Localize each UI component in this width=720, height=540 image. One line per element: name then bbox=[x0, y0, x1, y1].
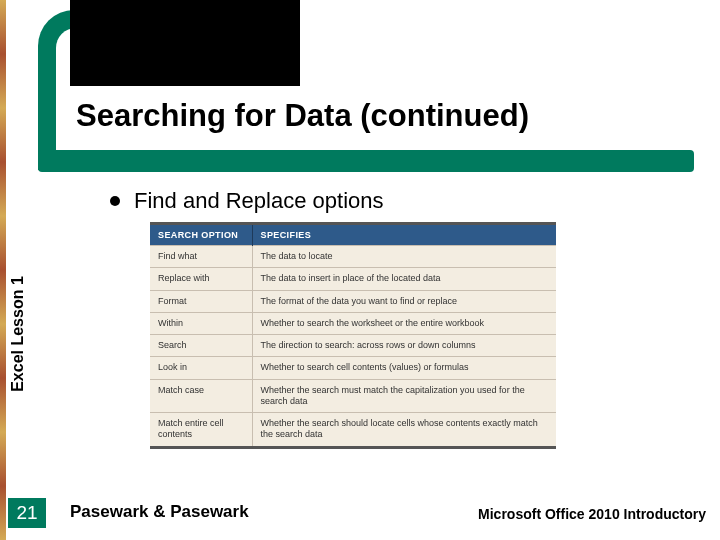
cell-specifies: Whether the search must match the capita… bbox=[252, 379, 556, 413]
table-row: Match entire cell contents Whether the s… bbox=[150, 413, 556, 446]
table-row: Replace with The data to insert in place… bbox=[150, 268, 556, 290]
cell-specifies: Whether to search the worksheet or the e… bbox=[252, 312, 556, 334]
cell-option: Search bbox=[150, 335, 252, 357]
cell-specifies: The data to insert in place of the locat… bbox=[252, 268, 556, 290]
cell-option: Find what bbox=[150, 246, 252, 268]
cell-specifies: Whether to search cell contents (values)… bbox=[252, 357, 556, 379]
table-row: Format The format of the data you want t… bbox=[150, 290, 556, 312]
title-area: Searching for Data (continued) bbox=[70, 86, 680, 156]
cell-option: Replace with bbox=[150, 268, 252, 290]
cell-option: Within bbox=[150, 312, 252, 334]
page-title: Searching for Data (continued) bbox=[70, 86, 680, 134]
cell-specifies: The data to locate bbox=[252, 246, 556, 268]
bullet-item: Find and Replace options bbox=[110, 188, 384, 214]
cell-option: Match case bbox=[150, 379, 252, 413]
cell-option: Format bbox=[150, 290, 252, 312]
table-row: Find what The data to locate bbox=[150, 246, 556, 268]
cell-specifies: The format of the data you want to find … bbox=[252, 290, 556, 312]
table-row: Within Whether to search the worksheet o… bbox=[150, 312, 556, 334]
side-label-text: Excel Lesson 1 bbox=[9, 276, 27, 392]
table-row: Match case Whether the search must match… bbox=[150, 379, 556, 413]
table-row: Look in Whether to search cell contents … bbox=[150, 357, 556, 379]
cell-specifies: Whether the search should locate cells w… bbox=[252, 413, 556, 446]
corner-decoration bbox=[38, 10, 74, 170]
title-underline-bar bbox=[38, 150, 694, 172]
cell-specifies: The direction to search: across rows or … bbox=[252, 335, 556, 357]
footer-right: Microsoft Office 2010 Introductory bbox=[478, 506, 706, 522]
bullet-text: Find and Replace options bbox=[134, 188, 384, 214]
table-header-specifies: SPECIFIES bbox=[252, 225, 556, 246]
options-table: SEARCH OPTION SPECIFIES Find what The da… bbox=[150, 222, 556, 449]
cell-option: Look in bbox=[150, 357, 252, 379]
footer-left: Pasewark & Pasewark bbox=[70, 502, 249, 522]
table-header-row: SEARCH OPTION SPECIFIES bbox=[150, 225, 556, 246]
side-label: Excel Lesson 1 bbox=[0, 254, 36, 414]
page-number: 21 bbox=[8, 498, 46, 528]
table-header-option: SEARCH OPTION bbox=[150, 225, 252, 246]
cell-option: Match entire cell contents bbox=[150, 413, 252, 446]
table-row: Search The direction to search: across r… bbox=[150, 335, 556, 357]
bullet-icon bbox=[110, 196, 120, 206]
top-black-block bbox=[70, 0, 300, 86]
